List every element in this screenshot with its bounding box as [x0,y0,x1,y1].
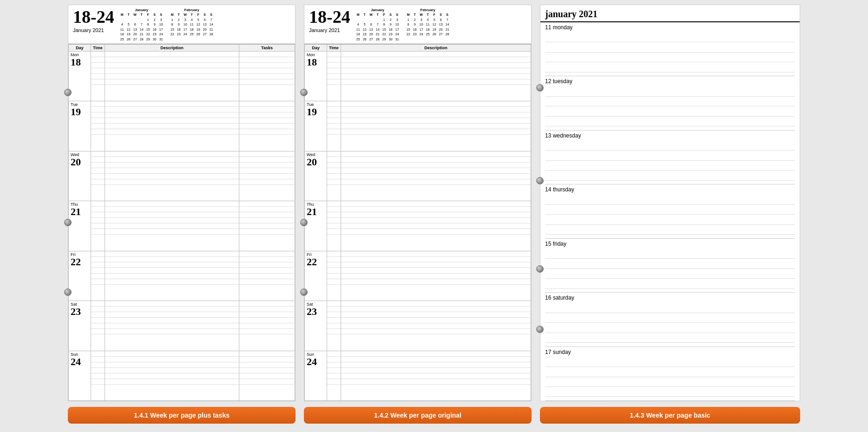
mini-cal-day: 21 [138,32,145,37]
mini-cal-day: 20 [438,27,444,33]
day-cell: Tue19 [69,101,91,151]
mini-cal-header: T [176,13,182,18]
label-1[interactable]: 1.4.1 Week per page plus tasks [68,407,296,424]
mini-cal-day: 5 [125,22,132,27]
mini-cal-day: 14 [375,27,381,33]
desc-line [341,157,531,163]
mini-cal-day: 20 [202,27,208,33]
desc-line [341,357,531,362]
mini-cal-day: 31 [158,37,164,42]
day-line [545,198,795,205]
day-line [545,218,795,225]
day-line [545,336,795,343]
mini-cal-day: 3 [158,18,164,23]
day-line [545,371,795,377]
desc-line [341,207,531,212]
time-line [327,312,341,318]
day-line [545,307,795,313]
mini-cal-header: S [202,13,208,18]
mini-cal-day: 5 [431,18,438,23]
mini-cal-header: M [169,13,176,18]
ring-binder-p3-1 [536,84,544,92]
mini-cal-day: 19 [431,27,438,33]
time-line [91,101,105,107]
task-line [239,68,295,74]
time-line [91,223,105,229]
desc-line [341,174,531,179]
day-line [545,208,795,215]
task-line [239,207,295,212]
tasks-cell [239,301,295,351]
mini-cal-day: 19 [362,32,368,37]
mini-cal-header: S [208,13,215,18]
feb-grid-2: MTWTFSS123456789101112131415161718192021… [405,13,451,37]
task-line [239,251,295,257]
desc-line [105,362,239,368]
label-3[interactable]: 1.4.3 Week per page basic [540,407,800,424]
page2-header: 18-24 January 2021 January MTWTFSS123456… [304,5,531,44]
mini-cal-day: 30 [388,37,394,42]
mini-cal-header: F [145,13,151,18]
table-row: Sat23 [69,301,295,351]
mini-cal-day: 15 [145,27,151,33]
desc-line [341,57,531,63]
task-line [239,229,295,235]
mini-cal-header: T [138,13,145,18]
time-line [327,212,341,218]
mini-cal-day: 24 [418,32,425,37]
table-row: Thu21 [69,201,295,251]
time-line [91,112,105,118]
desc-line [105,68,239,74]
mini-cal-day: 4 [425,18,431,23]
time-line [327,229,341,235]
mini-cal-day: 12 [125,27,132,33]
time-line [91,351,105,357]
desc-line [341,307,531,312]
day-line [545,390,795,397]
mini-cal-day: 11 [355,27,362,33]
desc-line [105,118,239,124]
mini-cal-day: 27 [438,32,444,37]
day-cell: Sun24 [305,351,327,400]
time-line [91,379,105,385]
desc-line [341,52,531,57]
label-2[interactable]: 1.4.2 Week per page original [304,407,532,424]
mini-cal-header: S [444,13,451,18]
time-line [91,274,105,279]
mini-cal-day: 18 [425,27,431,33]
mini-cal-day: 23 [388,32,394,37]
mini-cal-header: S [388,13,394,18]
mini-cal-day: 23 [412,32,418,37]
mini-cal-day: 16 [176,27,182,33]
tasks-cell [239,151,295,201]
desc-cell [341,201,531,251]
mini-cal-day: 8 [145,22,151,27]
time-line [327,179,341,185]
time-line [327,373,341,379]
mini-cal-day: 27 [202,32,208,37]
desc-line [105,212,239,218]
day-number: 19 [71,107,89,117]
desc-cell [341,52,531,101]
time-line [91,329,105,334]
day-cell: Thu21 [69,201,91,251]
desc-line [105,151,239,157]
desc-line [105,79,239,85]
time-line [327,351,341,357]
task-line [239,52,295,57]
desc-cell [341,151,531,201]
desc-line [105,63,239,68]
mini-cal-day: 23 [176,32,182,37]
desc-line [105,301,239,307]
table-row: Wed20 [69,151,295,201]
tasks-cell [239,201,295,251]
table-row: Mon18 [305,52,531,101]
time-cell [91,251,105,301]
desc-line [105,229,239,235]
time-line [327,201,341,207]
week-range-2: 18-24 [309,8,350,26]
jan-grid-1: MTWTFSS123456789101112131415161718192021… [119,13,164,42]
mini-cal-day: 14 [138,27,145,33]
mini-cal-day: 15 [405,27,412,33]
day-cell: Wed20 [305,151,327,201]
